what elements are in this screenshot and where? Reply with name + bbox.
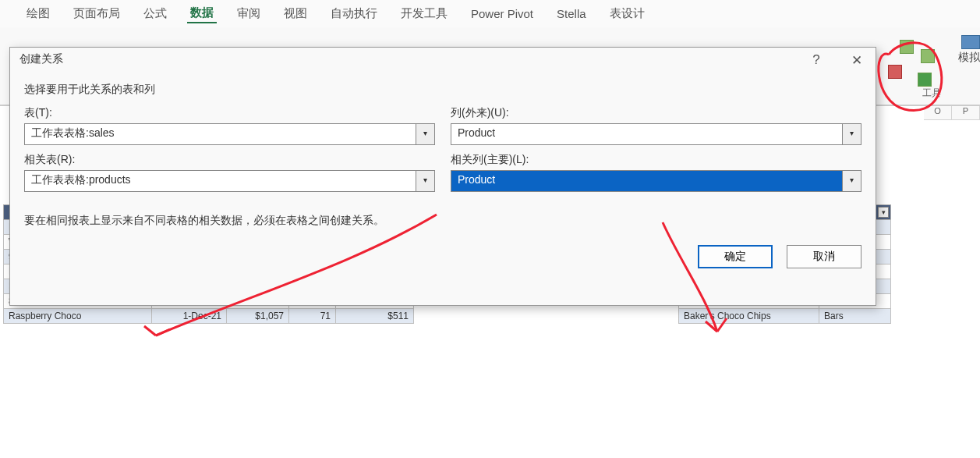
dropdown-icon[interactable]: ▾: [416, 171, 434, 191]
table-row: Baker's Choco ChipsBars: [679, 309, 891, 324]
whatif-icon[interactable]: [961, 35, 980, 49]
cancel-button[interactable]: 取消: [787, 245, 861, 268]
tab-tabledesign[interactable]: 表设计: [607, 5, 648, 23]
tab-formulas[interactable]: 公式: [140, 5, 170, 23]
dialog-note: 要在相同报表上显示来自不同表格的相关数据，必须在表格之间创建关系。: [24, 214, 861, 228]
related-column-label: 相关列(主要)(L):: [451, 153, 861, 167]
tab-view[interactable]: 视图: [281, 5, 310, 23]
foreign-column-combo[interactable]: Product ▾: [451, 123, 861, 145]
column-headers: O P: [924, 106, 980, 120]
tab-autorun[interactable]: 自动执行: [327, 5, 380, 23]
related-column-combo[interactable]: Product ▾: [451, 170, 861, 192]
tab-layout[interactable]: 页面布局: [70, 5, 123, 23]
data-tool-icon[interactable]: [918, 73, 932, 87]
table-combo[interactable]: 工作表表格:sales ▾: [24, 123, 435, 145]
dialog-title: 创建关系: [19, 52, 63, 69]
relationships-icon[interactable]: [900, 40, 914, 54]
dropdown-icon[interactable]: ▾: [842, 171, 861, 191]
col-header-p[interactable]: P: [952, 106, 980, 120]
tab-stella[interactable]: Stella: [554, 5, 589, 22]
tab-draw[interactable]: 绘图: [23, 5, 53, 23]
remove-link-icon[interactable]: [888, 65, 902, 79]
related-column-value: Product: [451, 171, 842, 191]
col-header-o[interactable]: O: [924, 106, 952, 120]
tab-dev[interactable]: 开发工具: [398, 5, 451, 23]
table-row: Raspberry Choco1-Dec-21$1,05771$511: [4, 309, 414, 324]
related-table-combo[interactable]: 工作表表格:products ▾: [24, 170, 435, 192]
table-label: 表(T):: [24, 106, 435, 120]
dropdown-icon[interactable]: ▾: [842, 124, 861, 144]
close-button[interactable]: ✕: [847, 52, 866, 69]
dialog-description: 选择要用于此关系的表和列: [24, 83, 861, 97]
ok-button[interactable]: 确定: [698, 245, 773, 268]
create-relationship-dialog: 创建关系 ? ✕ 选择要用于此关系的表和列 表(T): 工作表表格:sales …: [9, 47, 876, 306]
table-combo-value: 工作表表格:sales: [25, 124, 416, 144]
filter-icon[interactable]: ▾: [878, 207, 889, 218]
ribbon-tabs: 绘图 页面布局 公式 数据 审阅 视图 自动执行 开发工具 Power Pivo…: [0, 0, 980, 27]
tab-review[interactable]: 审阅: [234, 5, 264, 23]
related-table-value: 工作表表格:products: [25, 171, 416, 191]
foreign-column-label: 列(外来)(U):: [451, 106, 861, 120]
tab-powerpivot[interactable]: Power Pivot: [468, 5, 536, 22]
help-button[interactable]: ?: [807, 52, 826, 69]
manage-data-model-icon[interactable]: [921, 49, 935, 63]
foreign-column-value: Product: [451, 124, 842, 144]
dropdown-icon[interactable]: ▾: [416, 124, 434, 144]
ribbon-group-label: 工具: [922, 87, 941, 100]
tab-data[interactable]: 数据: [187, 4, 217, 23]
related-table-label: 相关表(R):: [24, 153, 435, 167]
simulate-label: 模拟: [958, 51, 980, 65]
